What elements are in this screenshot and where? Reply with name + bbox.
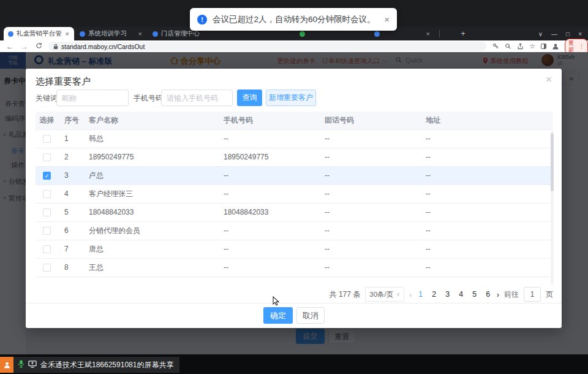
page-number[interactable]: 3 <box>444 290 451 299</box>
url-text: standard.maboy.cn/CardsOut <box>61 43 145 50</box>
checkbox-cell <box>36 204 58 221</box>
forward-icon[interactable]: → <box>21 42 28 51</box>
row-checkbox[interactable] <box>43 153 51 161</box>
row-checkbox[interactable] <box>43 245 51 253</box>
mouse-cursor <box>273 296 280 309</box>
table-cell-mobile: -- <box>217 167 318 185</box>
table-cell-name: 分销代理的会员 <box>83 222 217 240</box>
table-row[interactable]: 8王总------ <box>36 259 553 277</box>
table-cell-name: 客户经理张三 <box>83 185 217 203</box>
customer-table: 选择序号客户名称手机号码固话号码地址 1韩总------218950249775… <box>36 112 553 277</box>
query-button[interactable]: 查询 <box>237 90 262 106</box>
table-cell-mobile: -- <box>217 222 318 240</box>
table-cell-address: -- <box>420 148 553 166</box>
confirm-button[interactable]: 确定 <box>263 307 293 324</box>
tab-close-icon[interactable]: × <box>65 30 70 37</box>
tab-search-icon[interactable]: ∨ <box>538 31 543 37</box>
page-number[interactable]: 2 <box>431 290 438 299</box>
browser-tab[interactable]: 礼盒营销平台管理中心× <box>4 27 74 40</box>
row-checkbox[interactable] <box>43 208 51 216</box>
column-header: 手机号码 <box>217 112 318 129</box>
tab-label: 门店管理中心 <box>161 29 216 38</box>
table-cell-address: -- <box>420 130 553 148</box>
table-cell-address: -- <box>420 167 553 185</box>
bookmark-star-icon[interactable]: ☆ <box>529 42 535 50</box>
tab-close-icon[interactable]: × <box>426 30 431 37</box>
profile-icon[interactable] <box>552 43 559 50</box>
dialog-close-icon[interactable]: × <box>546 74 552 86</box>
side-panel-icon[interactable] <box>541 44 546 49</box>
page-number[interactable]: 6 <box>484 290 492 299</box>
table-row[interactable]: 4客户经理张三------ <box>36 185 553 204</box>
table-cell-name: 唐总 <box>83 240 217 258</box>
table-cell-no: 3 <box>58 167 83 185</box>
table-row[interactable]: 51804884203318048842033---- <box>36 204 553 222</box>
zoom-icon[interactable] <box>505 43 511 50</box>
goto-page-input[interactable] <box>524 287 541 302</box>
table-cell-no: 6 <box>58 222 83 240</box>
maximize-button[interactable]: □ <box>566 31 570 37</box>
table-cell-name: 18950249775 <box>83 148 217 166</box>
screen-share-bar: 金禾通技术王斌18662591081的屏幕共享 <box>0 357 179 373</box>
dialog-title: 选择重要客户 <box>36 76 91 88</box>
table-cell-no: 8 <box>58 259 83 277</box>
share-icon[interactable] <box>517 43 524 50</box>
table-cell-mobile: -- <box>217 259 318 277</box>
scrollbar-thumb[interactable] <box>551 133 554 191</box>
page-number[interactable]: 5 <box>471 290 478 299</box>
table-row[interactable]: ✓3卢总------ <box>36 167 553 185</box>
tab-close-icon[interactable]: × <box>138 30 143 37</box>
table-cell-no: 7 <box>58 240 83 258</box>
row-checkbox[interactable] <box>43 135 51 143</box>
reload-icon[interactable] <box>36 42 42 51</box>
table-scrollbar[interactable] <box>551 131 554 285</box>
table-cell-mobile: -- <box>217 185 318 203</box>
add-customer-button[interactable]: 新增重要客户 <box>266 90 316 106</box>
table-row[interactable]: 1韩总------ <box>36 130 553 148</box>
pagination: 共 177 条 30条/页 ∨ ‹ 123456 › 前往 页 <box>330 287 553 302</box>
table-cell-mobile: -- <box>217 240 318 258</box>
table-cell-address: -- <box>420 185 553 203</box>
prev-page-icon[interactable]: ‹ <box>409 290 412 299</box>
page-number[interactable]: 4 <box>458 290 465 299</box>
toast-close-icon[interactable]: × <box>384 14 390 25</box>
next-page-icon[interactable]: › <box>497 290 499 299</box>
checkbox-cell <box>36 259 58 277</box>
row-checkbox[interactable] <box>43 190 51 198</box>
table-cell-landline: -- <box>318 240 420 258</box>
table-row[interactable]: 21895024977518950249775---- <box>36 148 553 167</box>
table-cell-name: 王总 <box>83 259 217 277</box>
tab-favicon-icon <box>300 31 305 37</box>
info-icon: ! <box>197 15 207 25</box>
table-row[interactable]: 7唐总------ <box>36 240 553 259</box>
table-cell-landline: -- <box>318 167 420 185</box>
screen-share-icon <box>28 359 37 370</box>
table-cell-name: 18048842033 <box>83 204 217 221</box>
table-cell-mobile: 18048842033 <box>217 204 318 221</box>
footer-divider <box>26 303 562 303</box>
table-cell-mobile: 18950249775 <box>217 148 318 166</box>
key-icon[interactable] <box>492 43 499 50</box>
microphone-icon <box>18 359 24 370</box>
screen: 礼盒营销平台管理中心×系统培训学习×门店管理中心× + ∨ — □ × ← → … <box>0 0 588 374</box>
page-number[interactable]: 1 <box>417 290 424 299</box>
column-header: 地址 <box>420 112 553 129</box>
table-row[interactable]: 6分销代理的会员------ <box>36 222 553 240</box>
page-size-select[interactable]: 30条/页 ∨ <box>365 287 404 302</box>
close-window-button[interactable]: × <box>578 31 582 37</box>
browser-tab[interactable]: 系统培训学习× <box>75 27 147 40</box>
row-checkbox[interactable]: ✓ <box>43 172 51 180</box>
keyword-input[interactable] <box>56 90 129 106</box>
phone-input[interactable] <box>161 90 233 106</box>
row-checkbox[interactable] <box>43 264 51 272</box>
cancel-button[interactable]: 取消 <box>296 307 325 324</box>
minimize-button[interactable]: — <box>551 31 557 37</box>
row-checkbox[interactable] <box>43 227 51 235</box>
url-field[interactable]: standard.maboy.cn/CardsOut <box>48 42 486 51</box>
back-icon[interactable]: ← <box>6 42 13 51</box>
tab-label: 礼盒营销平台管理中心 <box>17 29 62 38</box>
table-cell-no: 5 <box>58 204 83 221</box>
keyword-label: 关键词 <box>36 93 58 104</box>
column-header: 选择 <box>36 112 58 129</box>
new-tab-button[interactable]: + <box>458 29 468 39</box>
